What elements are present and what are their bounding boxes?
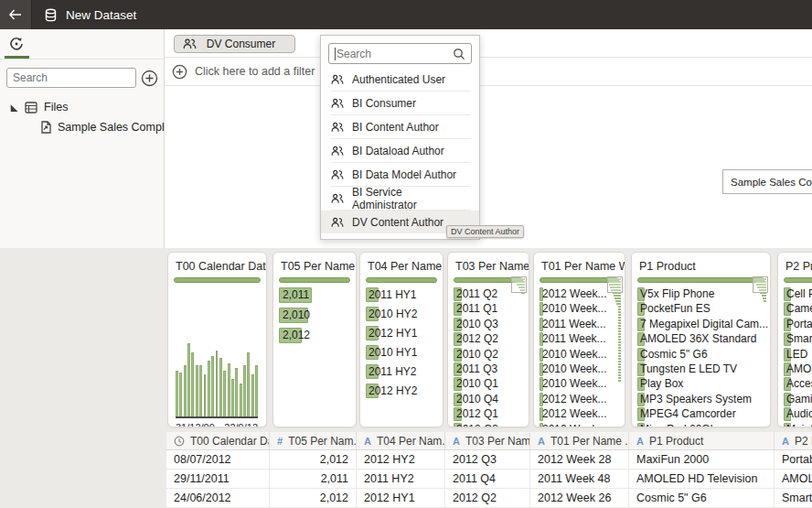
distribution-thumb <box>511 276 527 293</box>
role-filter-chip[interactable]: DV Consumer <box>174 35 295 53</box>
value-label: 2012 Week... <box>540 407 607 420</box>
role-option[interactable]: BI Dataload Author <box>321 139 479 162</box>
role-option[interactable]: Authenticated User <box>321 68 479 91</box>
add-connection-button[interactable] <box>141 70 158 87</box>
distribution-bar <box>618 377 621 379</box>
distribution-bar <box>614 297 621 299</box>
role-option-label: Authenticated User <box>352 73 445 86</box>
profile-card[interactable]: T05 Per Name Y...2,0112,0102,012 <box>272 252 357 427</box>
text-type-icon: A <box>782 436 789 447</box>
column-header[interactable]: AT03 Per Nam... <box>445 432 530 449</box>
column-header[interactable]: AP2 P <box>775 432 812 449</box>
table-cell: AMOLE <box>775 470 812 488</box>
value-label: MPEG4 Camcorder <box>637 407 736 420</box>
distribution-bar <box>618 311 621 313</box>
role-option[interactable]: BI Service Administrator <box>321 187 479 210</box>
table-cell: 2012 Week 28 <box>530 450 629 469</box>
column-header[interactable]: T00 Calendar Date <box>166 432 270 449</box>
value-label: Cosmic 5" G6 <box>637 348 708 361</box>
value-label: 2012 Q3 <box>454 423 498 427</box>
distribution-bar <box>618 372 621 373</box>
column-title: T00 Calendar Date <box>168 253 266 277</box>
role-option[interactable]: BI Content Author <box>321 115 479 138</box>
value-label: 2012 Week... <box>540 393 607 405</box>
distribution-bar <box>616 303 621 305</box>
dropdown-search-input[interactable] <box>335 48 449 60</box>
people-icon <box>331 146 344 157</box>
tree-node-label: Files <box>44 101 68 113</box>
profile-card[interactable]: T04 Per Name ...2011 HY12010 HY22012 HY1… <box>359 252 443 427</box>
table-row[interactable]: 08/07/20122,0122012 HY22012 Q32012 Week … <box>166 450 812 470</box>
people-icon <box>331 74 344 85</box>
profile-card[interactable]: T01 Per Name Week2012 Week...2010 Week..… <box>533 252 625 427</box>
sidebar-search-box[interactable] <box>6 68 136 88</box>
profile-card[interactable]: P1 ProductV5x Flip PhonePocketFun ES7 Me… <box>631 252 771 427</box>
column-profile: 2,0112,0102,012 <box>273 283 356 343</box>
histogram-bar <box>196 365 198 416</box>
table-cell: Cosmic 5" G6 <box>629 489 775 507</box>
tree-node-dataset-file[interactable]: Sample Sales Complete... <box>0 119 164 135</box>
histogram-bar <box>179 373 182 416</box>
table-row[interactable]: 24/06/20122,0122012 HY12012 Q22012 Week … <box>166 489 812 508</box>
role-option-label: BI Content Author <box>352 121 439 134</box>
distribution-bar <box>618 322 621 324</box>
value-item: 2012 Q2 <box>454 332 525 346</box>
value-item: MPEG4 Camcorder <box>637 407 766 421</box>
table-cell: Portab <box>775 450 812 469</box>
value-item: PocketFun ES <box>637 302 766 316</box>
expand-triangle-icon[interactable] <box>8 103 18 113</box>
distribution-bar <box>618 366 621 368</box>
histogram-bar <box>216 351 219 416</box>
distribution-bar <box>618 341 621 343</box>
profile-card[interactable]: T00 Calendar Date31/12/0922/9/12 <box>167 252 267 427</box>
dataset-name-box[interactable]: Sample Sales Comple <box>722 169 812 194</box>
value-item: AMOLED 36X Standard <box>637 332 766 346</box>
role-option[interactable]: BI Consumer <box>321 92 479 114</box>
column-title: P2 Pr <box>778 253 812 277</box>
column-header-label: T00 Calendar Date <box>190 435 270 448</box>
column-header[interactable]: AT01 Per Name ... <box>530 432 629 449</box>
value-item: 2012 Week... <box>540 407 621 421</box>
column-header-label: T01 Per Name ... <box>550 435 629 448</box>
column-header-label: T03 Per Nam... <box>465 435 530 448</box>
value-label: 2011 HY1 <box>366 288 416 301</box>
people-icon <box>183 38 197 49</box>
value-item: 2012 HY1 <box>366 326 439 340</box>
sidebar-tabstrip <box>0 29 164 59</box>
table-cell: 29/11/2011 <box>166 470 270 488</box>
column-header[interactable]: AT04 Per Nam... <box>357 432 445 449</box>
dataset-icon <box>44 8 58 22</box>
value-item: 2011 Q3 <box>454 362 525 376</box>
profile-card[interactable]: P2 PrCell PhCamePortabSmartLEDAMOLAccesG… <box>777 252 812 427</box>
column-header[interactable]: AP1 Product <box>629 432 775 449</box>
dropdown-search-box[interactable] <box>328 43 472 64</box>
column-header[interactable]: #T05 Per Nam... <box>270 432 357 449</box>
files-folder-icon <box>25 102 37 113</box>
value-label: 2011 Week... <box>540 332 606 345</box>
distribution-indicator <box>512 278 525 295</box>
table-row[interactable]: 29/11/20112,0112011 HY22011 Q42011 Week … <box>166 470 812 489</box>
add-filter-label: Click here to add a filter <box>195 65 315 78</box>
distribution-bar <box>618 369 621 371</box>
profile-card[interactable]: T03 Per Name Qtr2011 Q22011 Q12010 Q3201… <box>447 252 529 427</box>
distribution-bar <box>618 361 621 362</box>
role-option-label: BI Consumer <box>352 97 416 110</box>
distribution-bar <box>618 306 621 308</box>
distribution-thumb <box>607 276 623 293</box>
new-dataset-window: New Dataset <box>0 0 812 508</box>
add-filter-row[interactable]: Click here to add a filter <box>165 58 812 86</box>
people-icon <box>331 217 344 228</box>
connections-tab-icon[interactable] <box>9 37 24 55</box>
sidebar-search-input[interactable] <box>13 71 130 84</box>
value-item: 2011 HY2 <box>366 364 439 379</box>
histogram-bar <box>211 356 214 416</box>
histogram-bar <box>240 384 242 416</box>
back-button[interactable] <box>0 0 32 29</box>
add-filter-plus-icon <box>172 64 187 80</box>
tree-node-files[interactable]: Files <box>0 99 164 115</box>
histogram-bar <box>255 365 258 416</box>
value-item: 2012 HY2 <box>366 384 439 398</box>
value-label: PocketFun ES <box>637 302 710 315</box>
histogram-bar <box>247 352 250 416</box>
role-option[interactable]: BI Data Model Author <box>321 163 479 186</box>
